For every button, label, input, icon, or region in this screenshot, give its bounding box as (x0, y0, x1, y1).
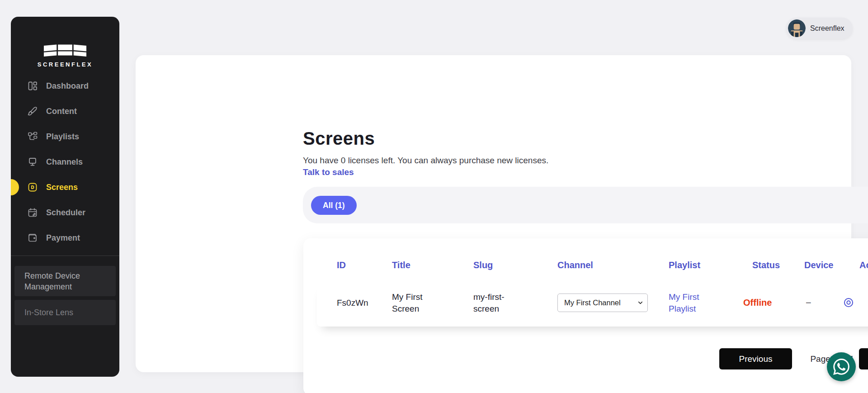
playlist-link[interactable]: My First Playlist (669, 291, 713, 315)
sidebar-item-label: Content (46, 107, 77, 116)
filter-all-button[interactable]: All (1) (311, 196, 357, 215)
cell-device: – (806, 296, 811, 308)
sidebar-item-label: Playlists (46, 132, 79, 142)
whatsapp-icon (833, 359, 849, 375)
next-button[interactable]: Next (859, 348, 868, 369)
sidebar-item-in-store-lens[interactable]: In-Store Lens (14, 300, 116, 325)
sidebar-item-content[interactable]: Content (11, 99, 119, 124)
sidebar-item-label: In-Store Lens (24, 308, 73, 317)
whatsapp-button[interactable] (827, 352, 856, 381)
sidebar-item-playlists[interactable]: Playlists (11, 124, 119, 149)
cell-screen-title: My First Screen (392, 291, 436, 315)
edit-screen-button[interactable] (866, 297, 868, 309)
column-header-slug: Slug (473, 260, 493, 270)
sidebar-item-label: Remote Device Management (24, 270, 106, 292)
view-screen-button[interactable] (842, 297, 855, 309)
column-header-playlist: Playlist (669, 260, 700, 270)
sidebar-item-label: Channels (46, 157, 83, 167)
dashboard-icon (27, 80, 39, 92)
screenflex-logo-icon (43, 43, 87, 58)
channel-select[interactable]: My First Channel (557, 294, 648, 312)
column-header-actions: Actions (859, 260, 868, 270)
main-card: Screens You have 0 licenses left. You ca… (136, 55, 851, 372)
scheduler-icon (27, 207, 39, 218)
sidebar-item-payment[interactable]: Payment (11, 225, 119, 251)
cell-screen-slug: my-first-screen (473, 291, 520, 315)
screenflex-logo: SCREENFLEX (11, 43, 119, 68)
active-indicator (11, 179, 19, 195)
talk-to-sales-link[interactable]: Talk to sales (303, 167, 354, 177)
screens-icon (27, 181, 39, 193)
sidebar-item-label: Screens (46, 183, 78, 192)
license-note: You have 0 licenses left. You can always… (303, 156, 548, 166)
playlists-icon (27, 131, 39, 142)
filter-bar: All (1) Manage tags (303, 187, 868, 223)
sidebar-item-remote-device-management[interactable]: Remote Device Management (14, 266, 116, 296)
sidebar-item-scheduler[interactable]: Scheduler (11, 200, 119, 225)
view-icon (843, 297, 854, 308)
page-title: Screens (303, 128, 375, 149)
page: SCREENFLEX Dashboard (0, 0, 868, 393)
sidebar-divider (11, 256, 119, 256)
column-header-title: Title (392, 260, 410, 270)
sidebar-nav: Dashboard Content (11, 73, 119, 251)
channels-icon (27, 156, 39, 168)
avatar (788, 19, 806, 37)
screens-table: ID Title Slug Channel Playlist Status De… (303, 238, 868, 393)
column-header-id: ID (337, 260, 346, 270)
brush-icon (27, 105, 39, 117)
status-badge: Offline (743, 297, 772, 308)
sidebar-item-channels[interactable]: Channels (11, 149, 119, 175)
sidebar-item-label: Payment (46, 233, 80, 243)
logo-wordmark: SCREENFLEX (11, 61, 119, 68)
column-header-channel: Channel (557, 260, 593, 270)
sidebar-item-label: Scheduler (46, 208, 85, 218)
column-header-status: Status (752, 260, 780, 270)
payment-icon (27, 232, 39, 244)
chevron-down-icon (637, 299, 644, 306)
cell-screen-id: Fs0zWn (337, 297, 368, 309)
user-chip[interactable]: Screenflex (786, 18, 853, 39)
sidebar-item-label: Dashboard (46, 81, 89, 91)
channel-select-value: My First Channel (564, 298, 621, 307)
user-name: Screenflex (810, 24, 844, 33)
previous-button[interactable]: Previous (719, 348, 792, 369)
sidebar-item-dashboard[interactable]: Dashboard (11, 73, 119, 99)
edit-pencil-icon (866, 297, 868, 308)
sidebar-item-screens[interactable]: Screens (11, 175, 119, 200)
column-header-device: Device (804, 260, 834, 270)
sidebar: SCREENFLEX Dashboard (11, 17, 119, 377)
